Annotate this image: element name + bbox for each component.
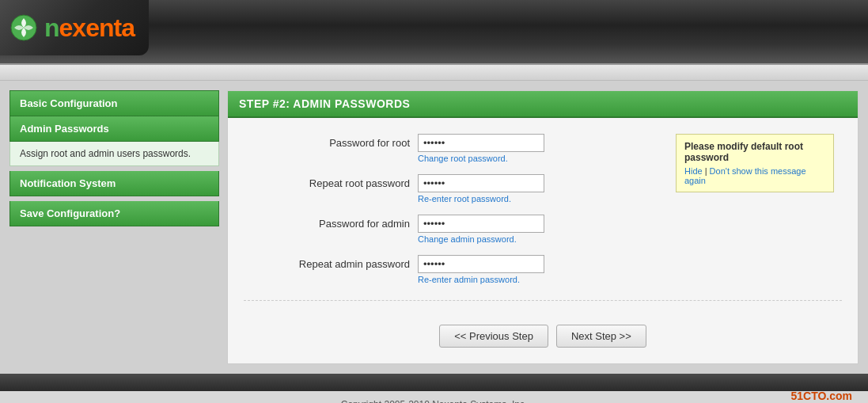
label-root-password: Password for root — [244, 134, 418, 149]
hint-root-password: Change root password. — [418, 154, 544, 163]
footer-watermark: 51CTO.com 技术博客 Blog — [790, 390, 852, 403]
footer-bar — [0, 374, 868, 391]
sidebar-item-save-configuration[interactable]: Save Configuration? — [9, 201, 219, 226]
copyright-text: Copyright 2005-2010 Nexenta Systems, Inc… — [341, 399, 527, 403]
sidebar-item-admin-passwords[interactable]: Admin Passwords — [9, 116, 219, 142]
repeat-root-password-input[interactable] — [418, 174, 544, 192]
content-area: STEP #2: ADMIN PASSWORDS Please modify d… — [227, 90, 859, 364]
content-body: Please modify default root password Hide… — [228, 118, 858, 317]
root-password-input[interactable] — [418, 134, 544, 152]
label-repeat-admin-password: Repeat admin password — [244, 255, 418, 270]
field-group-root-password: Change root password. — [418, 134, 544, 171]
header: nexenta — [0, 0, 868, 63]
field-group-admin-password: Change admin password. — [418, 215, 544, 252]
sub-header — [0, 63, 868, 81]
hint-admin-password: Change admin password. — [418, 234, 544, 244]
footer: Copyright 2005-2010 Nexenta Systems, Inc… — [0, 391, 868, 403]
content-header: STEP #2: ADMIN PASSWORDS — [228, 91, 858, 118]
main-wrapper: Basic Configuration Admin Passwords Assi… — [0, 81, 868, 374]
hint-repeat-admin-password: Re-enter admin password. — [418, 275, 544, 284]
tooltip-box: Please modify default root password Hide… — [676, 134, 834, 192]
admin-password-input[interactable] — [418, 215, 544, 233]
sidebar-header: Basic Configuration — [9, 90, 219, 116]
label-admin-password: Password for admin — [244, 215, 418, 230]
sidebar-item-notification-system[interactable]: Notification System — [9, 171, 219, 196]
prev-step-button[interactable]: << Previous Step — [439, 325, 548, 348]
field-group-repeat-root-password: Re-enter root password. — [418, 174, 544, 211]
logo-text: nexenta — [44, 13, 135, 43]
field-group-repeat-admin-password: Re-enter admin password. — [418, 255, 544, 292]
nexenta-logo-icon — [9, 13, 38, 42]
tooltip-title: Please modify default root password — [684, 141, 825, 163]
form-row-admin-password: Password for admin Change admin password… — [244, 215, 842, 252]
label-repeat-root-password: Repeat root password — [244, 174, 418, 189]
watermark-site: 51CTO.com — [790, 390, 852, 402]
hint-repeat-root-password: Re-enter root password. — [418, 194, 544, 203]
sidebar-item-admin-passwords-desc: Assign root and admin users passwords. — [9, 142, 219, 166]
form-row-repeat-admin-password: Repeat admin password Re-enter admin pas… — [244, 255, 842, 292]
next-step-button[interactable]: Next Step >> — [556, 325, 646, 348]
button-row: << Previous Step Next Step >> — [228, 317, 858, 363]
logo-rest: exenta — [59, 13, 135, 42]
divider — [244, 300, 842, 301]
tooltip-separator: | — [703, 166, 710, 176]
sidebar: Basic Configuration Admin Passwords Assi… — [9, 90, 219, 364]
logo-n: n — [44, 13, 59, 42]
tooltip-links: Hide | Don't show this message again — [684, 166, 825, 185]
tooltip-hide-link[interactable]: Hide — [684, 166, 703, 176]
logo-area: nexenta — [0, 0, 149, 55]
repeat-admin-password-input[interactable] — [418, 255, 544, 273]
